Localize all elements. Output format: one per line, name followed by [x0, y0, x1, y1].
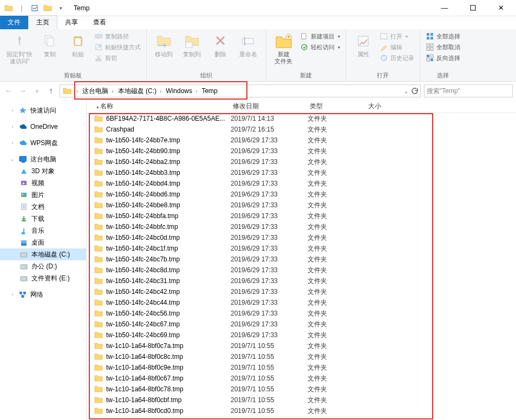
file-row[interactable]: tw-1b50-14fc-24bbd6.tmp2019/6/29 17:33文件…	[87, 189, 516, 200]
rename-button[interactable]: 重命名	[237, 31, 260, 59]
paste-shortcut-button[interactable]: 粘贴快捷方式	[94, 42, 141, 52]
file-name: tw-1b50-14fc-24bc42.tmp	[106, 288, 231, 296]
move-to-button[interactable]: 移动到	[152, 31, 176, 59]
file-row[interactable]: tw-1c10-1a64-8bf0c67.tmp2019/7/1 10:55文件…	[87, 373, 516, 384]
copy-button[interactable]: 复制	[38, 31, 62, 59]
file-row[interactable]: tw-1b50-14fc-24bb90.tmp2019/6/29 17:33文件…	[87, 146, 516, 156]
select-all-button[interactable]: 全部选择	[426, 31, 460, 41]
sidebar-item-onedrive[interactable]: ›OneDrive	[0, 121, 86, 133]
drive-icon	[19, 250, 28, 259]
drive-icon	[19, 262, 28, 271]
file-type: 文件夹	[308, 352, 366, 362]
file-row[interactable]: tw-1c10-1a64-8bf0c8c.tmp2019/7/1 10:55文件…	[87, 351, 516, 362]
delete-button[interactable]: 删除	[208, 31, 232, 59]
edit-button[interactable]: 编辑	[380, 42, 414, 52]
select-none-button[interactable]: 全部取消	[426, 42, 460, 52]
file-row[interactable]: tw-1b50-14fc-24bc8d.tmp2019/6/29 17:33文件…	[87, 265, 516, 275]
file-row[interactable]: tw-1c10-1a64-8bf0c9e.tmp2019/7/1 10:55文件…	[87, 362, 516, 373]
sidebar-item-drive-e[interactable]: 文件资料 (E:)	[0, 272, 86, 284]
search-input[interactable]: 搜索"Temp"	[424, 84, 513, 97]
shortcut-icon	[94, 43, 103, 51]
file-row[interactable]: tw-1b50-14fc-24bc69.tmp2019/6/29 17:33文件…	[87, 330, 516, 340]
address-dropdown-icon[interactable]: ⌄	[404, 88, 408, 94]
chevron-down-icon[interactable]: ▾	[55, 3, 66, 14]
chevron-right-icon[interactable]: ›	[76, 88, 78, 94]
file-date: 2019/6/29 17:33	[231, 180, 308, 187]
file-row[interactable]: tw-1b50-14fc-24bc0d.tmp2019/6/29 17:33文件…	[87, 232, 516, 243]
file-row[interactable]: tw-1b50-14fc-24bc42.tmp2019/6/29 17:33文件…	[87, 286, 516, 297]
file-row[interactable]: Crashpad2019/7/2 16:15文件夹	[87, 124, 516, 135]
chevron-right-icon[interactable]: ›	[112, 88, 113, 94]
file-row[interactable]: tw-1b50-14fc-24bbd4.tmp2019/6/29 17:33文件…	[87, 178, 516, 189]
sidebar-item-pc-sub[interactable]: 视频	[0, 177, 86, 189]
up-button[interactable]: ↑	[45, 86, 56, 96]
properties-button[interactable]: 属性	[351, 31, 375, 59]
refresh-icon[interactable]	[410, 87, 418, 95]
sidebar-item-pc-sub[interactable]: 文档	[0, 201, 86, 213]
invert-selection-button[interactable]: 反向选择	[426, 53, 460, 63]
sidebar-item-pc-sub[interactable]: 图片	[0, 189, 86, 201]
chevron-right-icon[interactable]: ›	[160, 88, 161, 94]
sidebar-item-drive-c[interactable]: 本地磁盘 (C:)	[0, 248, 86, 260]
copy-path-button[interactable]: 复制路径	[94, 31, 141, 41]
qat-dropdown-icon[interactable]	[42, 3, 53, 14]
recent-dropdown[interactable]: ▾	[31, 88, 42, 94]
file-row[interactable]: tw-1c10-1a64-8bf0c7a.tmp2019/7/1 10:55文件…	[87, 340, 516, 351]
sidebar-item-pc-sub[interactable]: 下载	[0, 213, 86, 225]
paste-button[interactable]: 粘贴	[66, 31, 90, 59]
file-row[interactable]: tw-1b50-14fc-24bc67.tmp2019/6/29 17:33文件…	[87, 319, 516, 330]
cut-button[interactable]: 剪切	[94, 53, 141, 63]
file-row[interactable]: tw-1b50-14fc-24bc44.tmp2019/6/29 17:33文件…	[87, 297, 516, 308]
file-row[interactable]: tw-1c10-1a64-8bf0c78.tmp2019/7/1 10:55文件…	[87, 384, 516, 395]
file-row[interactable]: tw-1b50-14fc-24bc1f.tmp2019/6/29 17:33文件…	[87, 243, 516, 254]
sidebar-item-network[interactable]: ›网络	[0, 288, 86, 300]
address-bar[interactable]: › 这台电脑› 本地磁盘 (C:)› Windows› Temp ⌄	[60, 84, 421, 97]
sidebar-item-quickaccess[interactable]: ›快速访问	[0, 104, 86, 116]
tab-home[interactable]: 主页	[28, 15, 57, 29]
new-folder-button[interactable]: 新建 文件夹	[272, 31, 296, 66]
file-row[interactable]: tw-1b50-14fc-24bbe8.tmp2019/6/29 17:33文件…	[87, 200, 516, 211]
file-row[interactable]: tw-1c10-1a64-8bf0cbf.tmp2019/7/1 10:55文件…	[87, 395, 516, 405]
file-name: tw-1c10-1a64-8bf0cd0.tmp	[106, 407, 231, 415]
file-row[interactable]: tw-1b50-14fc-24bbfa.tmp2019/6/29 17:33文件…	[87, 211, 516, 221]
tab-file[interactable]: 文件	[0, 16, 28, 29]
file-row[interactable]: tw-1b50-14fc-24bbb3.tmp2019/6/29 17:33文件…	[87, 167, 516, 178]
file-row[interactable]: tw-1b50-14fc-24bba2.tmp2019/6/29 17:33文件…	[87, 156, 516, 167]
tab-share[interactable]: 共享	[57, 16, 86, 29]
col-type[interactable]: 类型	[300, 102, 358, 111]
copy-to-button[interactable]: 复制到	[180, 31, 204, 59]
file-row[interactable]: tw-1b50-14fc-24bbfc.tmp2019/6/29 17:33文件…	[87, 221, 516, 232]
maximize-button[interactable]	[461, 1, 485, 16]
sidebar-item-pc-sub[interactable]: 3D 对象	[0, 165, 86, 177]
easy-access-button[interactable]: 轻松访问▾	[300, 42, 340, 52]
back-button[interactable]: ←	[3, 86, 14, 96]
svg-rect-33	[427, 58, 429, 61]
new-item-button[interactable]: 新建项目▾	[300, 31, 340, 41]
col-date[interactable]: 修改日期	[223, 102, 300, 111]
col-size[interactable]: 大小	[358, 102, 381, 111]
sidebar-item-pc-sub[interactable]: 桌面	[0, 237, 86, 248]
file-type: 文件夹	[308, 233, 366, 242]
sidebar-item-thispc[interactable]: ⌄这台电脑	[0, 153, 86, 165]
file-row[interactable]: 6BF194A2-7171-4B8C-A986-0E5A5AE...2019/7…	[87, 113, 516, 124]
file-date: 2019/6/29 17:33	[231, 320, 308, 328]
minimize-button[interactable]: —	[433, 1, 456, 16]
file-name: 6BF194A2-7171-4B8C-A986-0E5A5AE...	[106, 115, 231, 122]
pin-quickaccess-button[interactable]: 固定到"快 速访问"	[5, 31, 34, 66]
sidebar-item-drive-d[interactable]: 办公 (D:)	[0, 260, 86, 272]
close-button[interactable]: ✕	[489, 1, 513, 16]
file-row[interactable]: tw-1c10-1a64-8bf0cd0.tmp2019/7/1 10:55文件…	[87, 405, 516, 416]
sidebar-item-pc-sub[interactable]: 音乐	[0, 225, 86, 237]
history-button[interactable]: 历史记录	[380, 53, 414, 63]
chevron-right-icon[interactable]: ›	[195, 88, 197, 94]
forward-button[interactable]: →	[17, 86, 28, 96]
sidebar-item-wps[interactable]: ›WPS网盘	[0, 137, 86, 149]
tab-view[interactable]: 查看	[86, 16, 114, 29]
file-row[interactable]: tw-1b50-14fc-24bc31.tmp2019/6/29 17:33文件…	[87, 275, 516, 286]
file-row[interactable]: tw-1b50-14fc-24bb7e.tmp2019/6/29 17:33文件…	[87, 135, 516, 146]
open-button[interactable]: 打开▾	[380, 31, 414, 41]
file-row[interactable]: tw-1b50-14fc-24bc56.tmp2019/6/29 17:33文件…	[87, 308, 516, 319]
col-name[interactable]: ▴名称	[87, 102, 223, 111]
file-row[interactable]: tw-1b50-14fc-24bc7b.tmp2019/6/29 17:33文件…	[87, 254, 516, 265]
qat-properties-icon[interactable]	[29, 3, 40, 14]
